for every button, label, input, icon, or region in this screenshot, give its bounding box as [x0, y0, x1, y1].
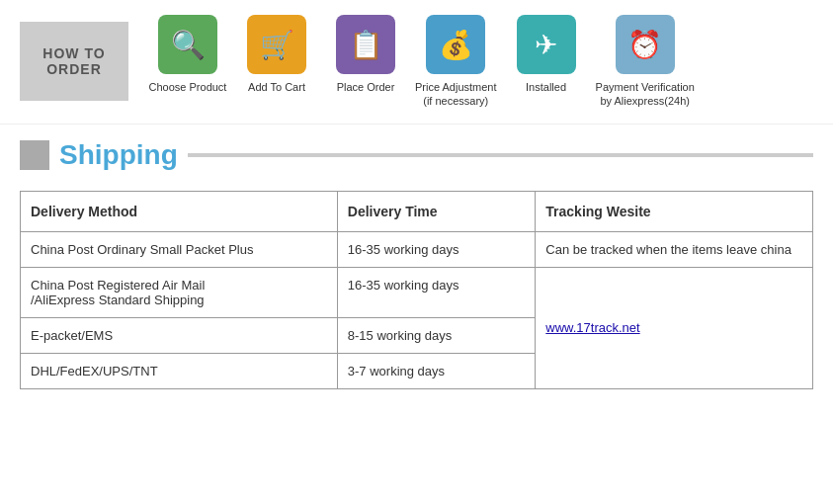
- shipping-title: Shipping: [59, 139, 178, 171]
- shipping-header: Shipping: [0, 129, 833, 181]
- table-body: China Post Ordinary Small Packet Plus16-…: [21, 231, 813, 388]
- cell-method: E-packet/EMS: [21, 317, 338, 353]
- shipping-table-container: Delivery Method Delivery Time Tracking W…: [0, 186, 833, 404]
- shipping-line-decoration: [188, 153, 813, 157]
- place-order-icon: 📋: [336, 15, 395, 74]
- step-choose-product: 🔍Choose Product: [148, 15, 227, 94]
- cell-method: DHL/FedEX/UPS/TNT: [21, 353, 338, 388]
- table-row: China Post Ordinary Small Packet Plus16-…: [21, 231, 813, 267]
- payment-verification-icon: ⏰: [616, 15, 675, 74]
- choose-product-label: Choose Product: [149, 80, 227, 94]
- table-header-row: Delivery Method Delivery Time Tracking W…: [21, 191, 813, 231]
- payment-verification-label: Payment Verification by Aliexpress(24h): [596, 80, 695, 109]
- step-price-adjustment: 💰Price Adjustment (if necessary): [415, 15, 497, 109]
- place-order-label: Place Order: [337, 80, 395, 94]
- price-adjustment-icon: 💰: [426, 15, 485, 74]
- step-place-order: 📋Place Order: [326, 15, 405, 94]
- cell-tracking: Can be tracked when the items leave chin…: [536, 231, 813, 267]
- how-to-order-section: HOW TO ORDER 🔍Choose Product🛒Add To Cart…: [0, 0, 833, 125]
- cell-method: China Post Ordinary Small Packet Plus: [21, 231, 338, 267]
- choose-product-icon: 🔍: [158, 15, 217, 74]
- shipping-bar-decoration: [20, 140, 49, 170]
- step-installed: ✈Installed: [507, 15, 586, 94]
- steps-container: 🔍Choose Product🛒Add To Cart📋Place Order💰…: [148, 15, 813, 109]
- col-header-time: Delivery Time: [337, 191, 536, 231]
- cell-time: 16-35 working days: [337, 231, 536, 267]
- cell-time: 8-15 working days: [337, 317, 536, 353]
- how-to-order-label: HOW TO ORDER: [20, 22, 128, 101]
- table-row: China Post Registered Air Mail /AliExpre…: [21, 267, 813, 317]
- price-adjustment-label: Price Adjustment (if necessary): [415, 80, 497, 109]
- cell-tracking-merged: www.17track.net: [536, 267, 813, 388]
- col-header-tracking: Tracking Wesite: [536, 191, 813, 231]
- cell-method: China Post Registered Air Mail /AliExpre…: [21, 267, 338, 317]
- step-payment-verification: ⏰Payment Verification by Aliexpress(24h): [596, 15, 695, 109]
- cell-time: 16-35 working days: [337, 267, 536, 317]
- add-to-cart-label: Add To Cart: [248, 80, 305, 94]
- cell-time: 3-7 working days: [337, 353, 536, 388]
- installed-icon: ✈: [517, 15, 576, 74]
- tracking-link[interactable]: www.17track.net: [545, 320, 639, 335]
- shipping-table: Delivery Method Delivery Time Tracking W…: [20, 191, 813, 389]
- installed-label: Installed: [526, 80, 566, 94]
- col-header-method: Delivery Method: [21, 191, 338, 231]
- step-add-to-cart: 🛒Add To Cart: [237, 15, 316, 94]
- add-to-cart-icon: 🛒: [247, 15, 306, 74]
